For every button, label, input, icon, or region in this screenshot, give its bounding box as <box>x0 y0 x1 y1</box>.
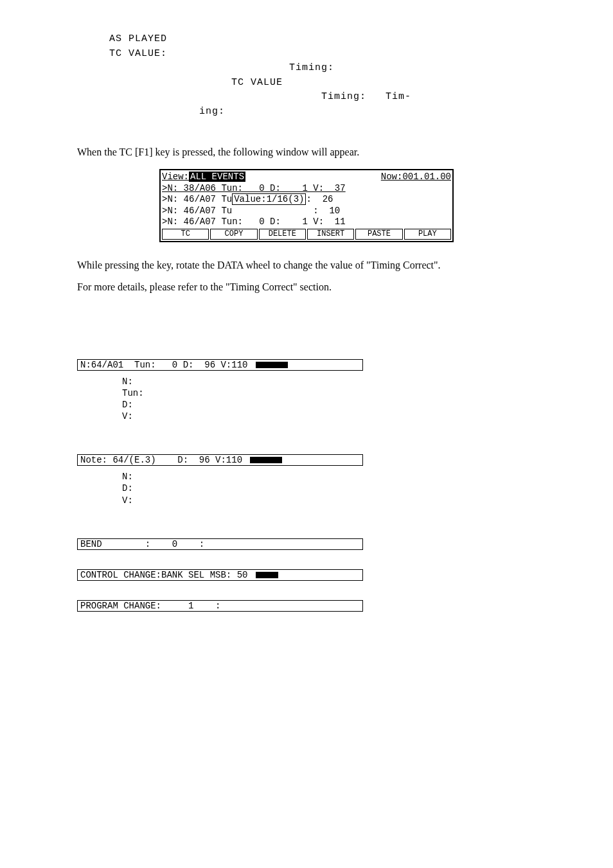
text: TC VALUE: <box>109 47 167 62</box>
softkey-insert[interactable]: INSERT <box>307 229 354 240</box>
text: Timing: <box>321 90 366 105</box>
event-line-drum[interactable]: N:64/A01 Tun: 0 D: 96 V:110 <box>77 359 363 371</box>
softkey-play[interactable]: PLAY <box>404 229 451 240</box>
velocity-bar <box>250 457 282 463</box>
softkey-delete[interactable]: DELETE <box>259 229 306 240</box>
text: ing: <box>199 105 225 120</box>
event-row[interactable]: >N: 46/A07 TuValue:1/16(3): 26 <box>162 194 451 206</box>
view-label: View: <box>162 172 189 182</box>
text: AS PLAYED <box>109 32 167 47</box>
event-line-note[interactable]: Note: 64/(E.3) D: 96 V:110 <box>77 454 363 466</box>
paragraph: While pressing the key, rotate the DATA … <box>77 258 536 273</box>
now-counter: Now:001.01.00 <box>381 172 451 183</box>
paragraph: When the TC [F1] key is pressed, the fol… <box>77 145 536 160</box>
event-line-pc[interactable]: PROGRAM CHANGE: 1 : <box>77 600 363 612</box>
softkey-paste[interactable]: PASTE <box>355 229 402 240</box>
softkey-tc[interactable]: TC <box>162 229 209 240</box>
view-value[interactable]: ALL EVENTS <box>189 172 245 182</box>
velocity-bar <box>256 362 288 368</box>
value-bar <box>256 572 278 578</box>
event-row[interactable]: >N: 46/A07 Tu : 10 <box>162 206 451 217</box>
event-row[interactable]: >N: 38/A06 Tun: 0 D: 1 V: 37 <box>162 183 451 195</box>
event-line-bend[interactable]: BEND : 0 : <box>77 538 363 550</box>
value-popup[interactable]: Value:1/16(3) <box>232 193 306 205</box>
softkey-row: TC COPY DELETE INSERT PASTE PLAY <box>162 229 451 240</box>
event-row[interactable]: >N: 46/A07 Tun: 0 D: 1 V: 11 <box>162 217 451 228</box>
popup-window: View:ALL EVENTS Now:001.01.00 >N: 38/A06… <box>159 169 454 242</box>
text: Timing: <box>289 61 334 76</box>
top-scrap-block: AS PLAYED TC VALUE: Timing: TC VALUE Tim… <box>109 32 536 119</box>
text: TC VALUE <box>231 76 283 91</box>
field-legend: N: D: V: <box>122 471 536 506</box>
paragraph: For more details, please refer to the "T… <box>77 279 536 295</box>
event-line-cc[interactable]: CONTROL CHANGE:BANK SEL MSB: 50 <box>77 569 363 581</box>
text: Tim- <box>386 90 411 105</box>
softkey-copy[interactable]: COPY <box>210 229 257 240</box>
field-legend: N: Tun: D: V: <box>122 376 536 423</box>
